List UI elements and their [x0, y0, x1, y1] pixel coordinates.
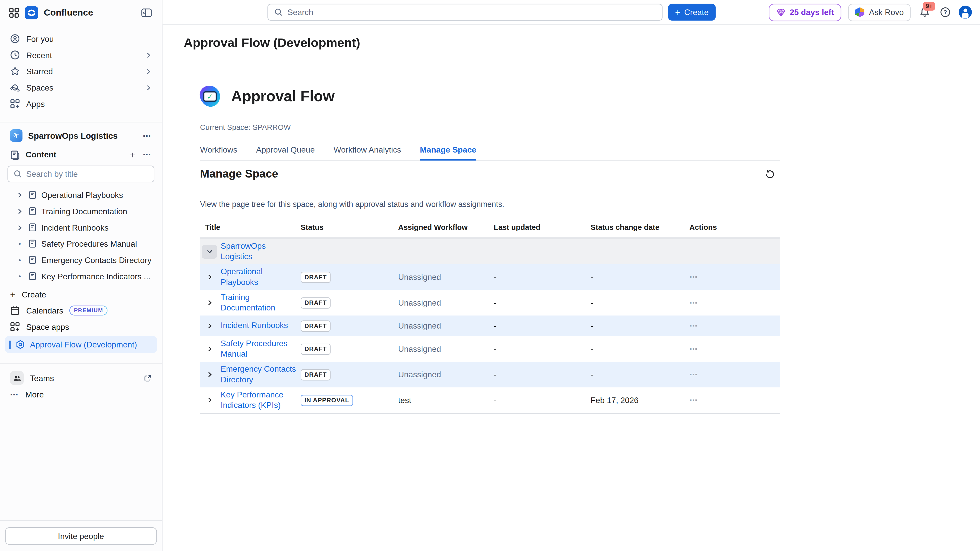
tab-bar: Workflows Approval Queue Workflow Analyt… — [200, 145, 780, 160]
tree-item[interactable]: • Safety Procedures Manual — [0, 235, 162, 252]
more-icon: ⋯ — [10, 389, 19, 399]
page-link[interactable]: SparrowOps Logistics — [221, 241, 297, 262]
chevron-right-icon[interactable] — [145, 84, 152, 91]
last-updated-value: - — [494, 395, 496, 405]
grid-plus-icon — [10, 322, 20, 332]
tab-approval-queue[interactable]: Approval Queue — [256, 145, 315, 160]
page-link[interactable]: Safety Procedures Manual — [221, 338, 297, 359]
chevron-right-icon[interactable] — [16, 224, 24, 231]
page-link[interactable]: Incident Runbooks — [221, 321, 297, 331]
status-badge: DRAFT — [301, 272, 331, 283]
sidebar-footer: Invite people — [0, 520, 162, 551]
tree-item-label: Safety Procedures Manual — [41, 239, 137, 248]
content-icon — [10, 150, 20, 160]
row-actions-button[interactable]: ⋯ — [689, 272, 699, 282]
sidebar-item-calendars[interactable]: Calendars PREMIUM — [5, 302, 157, 319]
sidebar-item-recent[interactable]: Recent — [5, 47, 157, 63]
chevron-right-icon — [206, 397, 213, 403]
last-updated-value: - — [494, 298, 496, 307]
expand-row-button[interactable] — [202, 274, 217, 281]
sidebar-item-more[interactable]: ⋯ More — [5, 386, 157, 402]
page-icon — [28, 256, 37, 264]
sidebar-item-label: Recent — [26, 50, 52, 60]
invite-people-button[interactable]: Invite people — [5, 527, 157, 545]
refresh-icon[interactable] — [765, 169, 780, 179]
create-button[interactable]: + Create — [668, 4, 716, 21]
page-link[interactable]: Key Performance Indicators (KPIs) — [221, 390, 297, 410]
tree-item[interactable]: • Key Performance Indicators ... — [0, 268, 162, 284]
chevron-down-icon — [206, 248, 213, 255]
page-link[interactable]: Emergency Contacts Directory — [221, 364, 297, 385]
app-title: Approval Flow — [231, 87, 334, 105]
create-label: Create — [22, 289, 46, 299]
add-content-button[interactable]: + — [130, 149, 135, 160]
help-button[interactable]: ? — [938, 7, 952, 17]
sidebar-top: Confluence — [0, 0, 162, 25]
chevron-right-icon[interactable] — [145, 68, 152, 75]
row-actions-button[interactable]: ⋯ — [689, 321, 699, 330]
content-more-button[interactable]: ⋯ — [143, 150, 152, 159]
collapse-row-button[interactable] — [202, 245, 217, 259]
clock-icon — [10, 50, 20, 60]
expand-row-button[interactable] — [202, 299, 217, 306]
sidebar-item-space-apps[interactable]: Space apps — [5, 319, 157, 335]
tree-item[interactable]: Incident Runbooks — [0, 219, 162, 236]
tree-item[interactable]: • Emergency Contacts Directory — [0, 252, 162, 268]
notifications-button[interactable]: 9+ — [918, 7, 931, 17]
space-header[interactable]: ✈ SparrowOps Logistics ⋯ — [0, 122, 162, 145]
row-actions-button[interactable]: ⋯ — [689, 395, 699, 405]
page-link[interactable]: Training Documentation — [221, 292, 297, 313]
table-row: Incident Runbooks DRAFT Unassigned - - ⋯ — [200, 316, 780, 336]
page-link[interactable]: Operational Playbooks — [221, 267, 297, 287]
ask-rovo-button[interactable]: Ask Rovo — [848, 3, 911, 21]
create-page-button[interactable]: + Create — [0, 286, 162, 303]
sidebar-item-label: Teams — [30, 373, 54, 383]
sidebar-item-spaces[interactable]: Spaces — [5, 79, 157, 96]
last-updated-value: - — [494, 321, 496, 330]
last-updated-value: - — [494, 272, 496, 282]
page-icon — [28, 272, 37, 280]
row-actions-button[interactable]: ⋯ — [689, 370, 699, 380]
tab-workflow-analytics[interactable]: Workflow Analytics — [334, 145, 401, 160]
collapse-sidebar-icon[interactable] — [141, 8, 152, 17]
sidebar-item-starred[interactable]: Starred — [5, 63, 157, 79]
page-icon — [28, 191, 37, 199]
profile-avatar[interactable] — [959, 6, 972, 19]
app-switcher-icon[interactable] — [9, 7, 19, 18]
tree-search-input[interactable] — [26, 169, 148, 179]
chevron-right-icon — [206, 371, 213, 378]
chevron-right-icon[interactable] — [16, 208, 24, 214]
content-section-header[interactable]: Content + ⋯ — [0, 145, 162, 164]
chevron-right-icon[interactable] — [16, 192, 24, 198]
rovo-logo-icon — [855, 7, 865, 17]
row-actions-button[interactable]: ⋯ — [689, 344, 699, 354]
chevron-right-icon[interactable] — [145, 52, 152, 59]
tree-item[interactable]: Training Documentation — [0, 203, 162, 219]
space-more-button[interactable]: ⋯ — [143, 131, 152, 140]
expand-row-button[interactable] — [202, 371, 217, 378]
expand-row-button[interactable] — [202, 322, 217, 329]
tree-item[interactable]: Operational Playbooks — [0, 187, 162, 203]
sidebar-item-apps[interactable]: Apps — [5, 96, 157, 112]
star-icon — [10, 66, 20, 76]
global-nav: For you Recent Starred Spaces Apps — [0, 25, 162, 122]
tab-manage-space[interactable]: Manage Space — [420, 145, 476, 160]
svg-text:?: ? — [943, 9, 947, 15]
global-search-box[interactable] — [267, 4, 662, 21]
row-actions-button[interactable]: ⋯ — [689, 298, 699, 307]
column-header: Assigned Workflow — [398, 223, 494, 232]
trial-days-button[interactable]: 25 days left — [768, 3, 842, 21]
sidebar-item-approval-flow[interactable]: Approval Flow (Development) — [5, 336, 157, 353]
sidebar-item-teams[interactable]: Teams — [5, 370, 157, 386]
expand-row-button[interactable] — [202, 397, 217, 403]
expand-row-button[interactable] — [202, 345, 217, 352]
section-description: View the page tree for this space, along… — [200, 200, 780, 209]
sidebar-item-for-you[interactable]: For you — [5, 30, 157, 47]
sidebar-item-label: Spaces — [26, 83, 53, 92]
section-title: Manage Space — [200, 167, 278, 180]
tab-workflows[interactable]: Workflows — [200, 145, 237, 160]
global-search-input[interactable] — [288, 7, 655, 17]
confluence-logo-icon[interactable] — [25, 6, 38, 19]
tree-search-box[interactable] — [7, 165, 154, 183]
tree-item-label: Incident Runbooks — [41, 223, 109, 232]
